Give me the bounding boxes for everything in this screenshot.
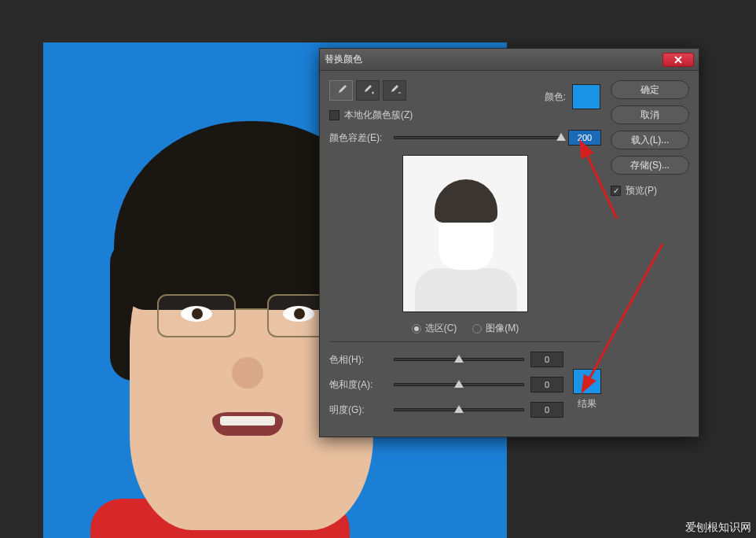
eyedropper-minus-icon [388,84,401,97]
result-color-swatch[interactable] [573,369,601,394]
eyedropper-icon [335,84,347,97]
eyedropper-tool[interactable] [329,80,353,101]
hue-value[interactable]: 0 [530,352,563,367]
source-color-swatch[interactable] [572,84,600,109]
hue-slider[interactable] [394,358,524,361]
ok-button[interactable]: 确定 [611,80,689,99]
close-icon [674,56,682,64]
color-label: 颜色: [545,90,566,104]
radio-selection-label: 选区(C) [425,322,457,335]
radio-image-label: 图像(M) [486,322,519,335]
fuzziness-label: 颜色容差(E): [329,131,387,145]
preview-label: 预览(P) [626,184,657,197]
radio-image[interactable]: 图像(M) [472,322,519,335]
localized-clusters-label: 本地化颜色簇(Z) [344,109,413,122]
preview-checkbox[interactable] [611,186,621,196]
divider [329,341,601,342]
close-button[interactable] [662,53,694,67]
replace-color-dialog: 替换颜色 [319,48,699,437]
result-label: 结果 [578,397,596,411]
fuzziness-value[interactable]: 200 [568,130,601,146]
hue-label: 色相(H): [329,353,387,367]
radio-selection-input[interactable] [412,324,421,333]
saturation-slider[interactable] [394,383,524,386]
watermark: 爱刨根知识网 [685,521,751,535]
radio-image-input[interactable] [472,324,482,333]
eyedropper-subtract-tool[interactable] [383,80,406,101]
fuzziness-slider[interactable] [394,136,562,139]
eyedropper-plus-icon [361,84,374,97]
lightness-slider[interactable] [394,408,524,411]
dialog-title: 替换颜色 [325,53,662,66]
cancel-button[interactable]: 取消 [611,105,689,124]
localized-clusters-checkbox[interactable] [329,110,339,120]
eyedropper-add-tool[interactable] [356,80,380,101]
selection-preview [402,155,528,312]
radio-selection[interactable]: 选区(C) [412,322,457,335]
saturation-label: 饱和度(A): [329,378,387,392]
dialog-titlebar[interactable]: 替换颜色 [320,49,699,71]
saturation-value[interactable]: 0 [530,377,563,392]
save-button[interactable]: 存储(S)... [611,156,689,175]
lightness-label: 明度(G): [329,404,387,417]
load-button[interactable]: 载入(L)... [611,131,689,149]
lightness-value[interactable]: 0 [530,402,563,418]
